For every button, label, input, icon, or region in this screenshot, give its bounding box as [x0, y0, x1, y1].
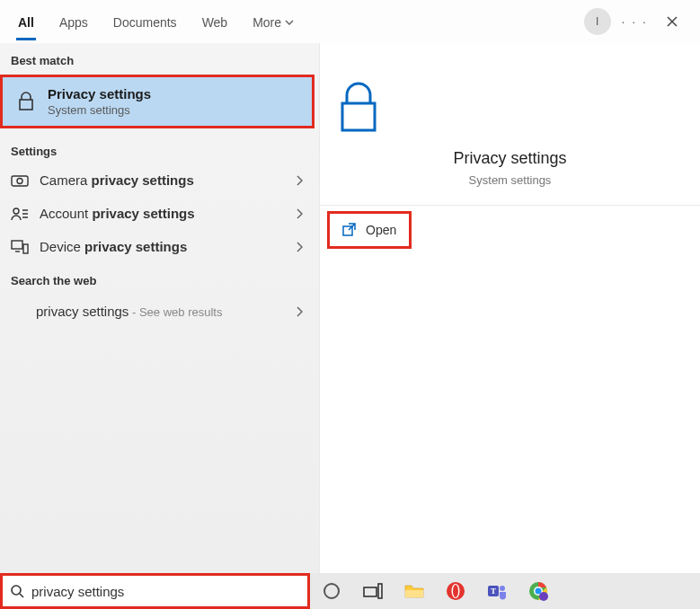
account-icon [9, 207, 31, 221]
settings-item-device[interactable]: Device privacy settings [0, 230, 319, 263]
opera-icon[interactable] [445, 580, 466, 602]
tabs-left: All Apps Documents Web More [7, 4, 305, 39]
tabs-right: I · · · [584, 8, 693, 35]
web-label-suffix: - See web results [128, 305, 222, 319]
svg-rect-10 [364, 587, 377, 596]
svg-point-15 [453, 585, 458, 597]
best-match-texts: Privacy settings System settings [48, 86, 151, 117]
user-avatar[interactable]: I [584, 8, 611, 35]
teams-icon[interactable]: T [486, 580, 508, 602]
results-pane: Best match Privacy settings System setti… [0, 43, 319, 573]
svg-rect-12 [405, 590, 423, 597]
preview-actions: Open [320, 205, 700, 254]
best-match-header: Best match [0, 43, 319, 73]
web-result-label: privacy settings - See web results [36, 304, 222, 319]
svg-rect-5 [23, 244, 28, 253]
svg-point-21 [536, 588, 542, 595]
taskbar: T [310, 573, 700, 609]
preview-subtitle: System settings [334, 173, 686, 187]
tab-apps[interactable]: Apps [49, 4, 99, 39]
svg-point-3 [13, 208, 19, 214]
svg-point-9 [324, 584, 339, 598]
settings-item-account[interactable]: Account privacy settings [0, 197, 319, 230]
open-icon [342, 223, 357, 237]
camera-icon [9, 174, 31, 187]
tab-all[interactable]: All [7, 4, 45, 39]
label-prefix: Camera [40, 172, 92, 188]
device-icon [9, 240, 31, 254]
open-label: Open [366, 223, 396, 237]
cortana-icon[interactable] [321, 580, 342, 602]
chevron-right-icon [296, 306, 303, 317]
svg-rect-0 [20, 100, 32, 110]
more-options-button[interactable]: · · · [622, 14, 648, 29]
main-content: Best match Privacy settings System setti… [0, 43, 700, 573]
close-button[interactable] [659, 12, 686, 31]
chevron-right-icon [296, 208, 303, 219]
settings-item-camera[interactable]: Camera privacy settings [0, 163, 319, 197]
search-input[interactable] [31, 584, 300, 599]
preview-title: Privacy settings [334, 149, 686, 168]
settings-header: Settings [0, 134, 319, 163]
tab-web[interactable]: Web [191, 4, 239, 39]
svg-rect-11 [378, 584, 382, 598]
chrome-icon[interactable] [527, 580, 549, 602]
best-match-subtitle: System settings [48, 103, 151, 117]
svg-point-8 [12, 586, 21, 595]
tab-more-label: More [253, 15, 281, 30]
svg-point-18 [500, 586, 505, 591]
label-bold: privacy settings [84, 239, 187, 254]
svg-text:T: T [491, 587, 496, 596]
label-bold: privacy settings [92, 206, 194, 221]
lock-icon-large [334, 81, 686, 135]
settings-item-label: Camera privacy settings [40, 172, 194, 188]
tab-documents[interactable]: Documents [102, 4, 188, 39]
best-match-title: Privacy settings [48, 86, 151, 102]
chevron-right-icon [296, 175, 303, 186]
svg-rect-1 [12, 176, 28, 186]
best-match-item[interactable]: Privacy settings System settings [0, 75, 315, 128]
settings-item-label: Device privacy settings [40, 239, 187, 254]
open-button[interactable]: Open [327, 211, 412, 249]
task-view-icon[interactable] [362, 580, 384, 602]
web-result-item[interactable]: privacy settings - See web results [0, 293, 319, 330]
label-bold: privacy settings [92, 172, 194, 188]
svg-rect-4 [12, 241, 22, 249]
chevron-right-icon [296, 242, 303, 252]
search-tabs-bar: All Apps Documents Web More I · · · [0, 0, 700, 43]
svg-rect-6 [342, 103, 375, 130]
svg-point-2 [17, 178, 22, 183]
svg-point-22 [539, 592, 548, 601]
search-bar[interactable] [0, 573, 310, 609]
web-header: Search the web [0, 263, 319, 293]
lock-icon [13, 92, 39, 111]
label-prefix: Account [40, 206, 92, 221]
search-icon [10, 584, 24, 598]
settings-item-label: Account privacy settings [40, 206, 195, 221]
preview-pane: Privacy settings System settings Open [319, 43, 700, 573]
tab-more[interactable]: More [242, 4, 305, 39]
label-prefix: Device [40, 239, 84, 254]
preview-header: Privacy settings System settings [320, 43, 700, 205]
web-label-text: privacy settings [36, 304, 128, 319]
file-explorer-icon[interactable] [403, 580, 425, 602]
chevron-down-icon [285, 20, 294, 25]
